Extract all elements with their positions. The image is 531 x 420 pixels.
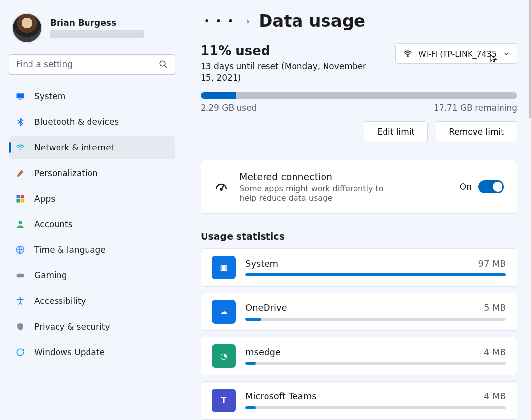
scrollbar[interactable] (529, 0, 531, 118)
sidebar-item-label: Time & language (34, 245, 106, 255)
sidebar-item-label: Apps (34, 194, 55, 204)
sidebar-item-label: Accounts (34, 219, 73, 229)
app-name: OneDrive (245, 302, 287, 313)
app-usage-bar (245, 362, 506, 365)
chevron-right-icon: › (246, 16, 250, 26)
reset-text: 13 days until reset (Monday, November 15… (201, 61, 378, 84)
sidebar-item-label: Gaming (34, 270, 67, 280)
app-name: Microsoft Teams (245, 391, 317, 401)
svg-point-15 (220, 188, 222, 190)
sidebar-item-windows-update[interactable]: Windows Update (9, 341, 175, 363)
app-icon: ☁ (212, 300, 236, 324)
svg-rect-2 (17, 93, 24, 98)
sidebar-item-personalization[interactable]: Personalization (9, 162, 175, 184)
app-usage-value: 4 MB (484, 391, 506, 401)
percent-used: 11% used (201, 43, 378, 58)
display-icon (15, 91, 26, 101)
app-icon: ▣ (212, 256, 236, 279)
sidebar-item-privacy-security[interactable]: Privacy & security (9, 315, 175, 338)
sidebar-item-label: System (34, 91, 65, 101)
avatar (12, 13, 42, 43)
edit-limit-button[interactable]: Edit limit (364, 121, 428, 142)
user-email-placeholder (50, 30, 144, 38)
metered-title: Metered connection (239, 171, 449, 182)
svg-rect-8 (21, 199, 24, 203)
page-title: Data usage (259, 11, 365, 30)
app-usage-value: 4 MB (484, 347, 506, 357)
svg-rect-7 (17, 199, 20, 203)
main-content: • • • › Data usage 11% used 13 days unti… (182, 0, 531, 420)
app-name: System (245, 258, 278, 269)
sidebar-item-system[interactable]: System (9, 85, 175, 108)
sidebar-item-accessibility[interactable]: Accessibility (9, 290, 175, 312)
globe-clock-icon (15, 245, 26, 255)
update-icon (15, 347, 26, 357)
person-icon (15, 219, 26, 229)
wifi-icon (403, 49, 413, 59)
search-icon (159, 60, 168, 69)
speedometer-icon (214, 180, 229, 194)
gamepad-icon (15, 270, 26, 280)
app-usage-bar (245, 318, 506, 321)
network-selector[interactable]: Wi-Fi (TP-LINK_7435 (395, 43, 517, 64)
sidebar-item-label: Windows Update (34, 347, 105, 357)
usage-stats-list: ▣System97 MB☁OneDrive5 MB◔msedge4 MBTMic… (201, 248, 517, 420)
svg-line-1 (165, 66, 167, 68)
breadcrumb: • • • › Data usage (201, 11, 517, 30)
svg-point-12 (19, 297, 21, 299)
bluetooth-icon (15, 117, 26, 127)
more-button[interactable]: • • • (201, 13, 237, 29)
svg-rect-3 (19, 99, 22, 100)
usage-stats-heading: Usage statistics (201, 231, 517, 241)
svg-rect-11 (17, 274, 24, 278)
sidebar-item-label: Privacy & security (34, 322, 110, 331)
app-usage-bar (245, 273, 506, 276)
app-name: msedge (245, 347, 281, 357)
settings-sidebar: Brian Burgess SystemBluetooth & devicesN… (0, 0, 182, 420)
network-name: Wi-Fi (TP-LINK_7435 (418, 49, 497, 59)
metered-connection-card: Metered connection Some apps might work … (201, 160, 517, 214)
metered-toggle[interactable] (478, 180, 504, 193)
svg-point-13 (407, 56, 408, 57)
shield-icon (15, 322, 26, 331)
sidebar-item-accounts[interactable]: Accounts (9, 213, 175, 236)
usage-row-system[interactable]: ▣System97 MB (201, 248, 517, 287)
svg-rect-5 (17, 195, 20, 199)
sidebar-item-label: Network & internet (34, 143, 114, 152)
sidebar-item-apps[interactable]: Apps (9, 187, 175, 210)
app-icon: T (212, 389, 236, 412)
remove-limit-button[interactable]: Remove limit (436, 121, 517, 142)
data-limit-fill (201, 92, 236, 99)
usage-row-msedge[interactable]: ◔msedge4 MB (201, 337, 517, 375)
sidebar-item-time-language[interactable]: Time & language (9, 239, 175, 261)
app-usage-bar (245, 406, 506, 409)
svg-point-4 (20, 149, 21, 150)
sidebar-item-label: Accessibility (34, 296, 86, 306)
svg-point-9 (19, 221, 22, 224)
used-label: 2.29 GB used (201, 103, 257, 113)
search-input[interactable] (16, 60, 159, 69)
remaining-label: 17.71 GB remaining (434, 103, 517, 113)
toggle-state-label: On (460, 182, 472, 192)
wifi-icon (15, 143, 26, 152)
svg-rect-6 (21, 195, 24, 199)
paintbrush-icon (15, 168, 26, 178)
user-block[interactable]: Brian Burgess (9, 10, 175, 52)
user-name: Brian Burgess (50, 18, 144, 28)
usage-row-onedrive[interactable]: ☁OneDrive5 MB (201, 293, 517, 331)
app-usage-value: 5 MB (484, 302, 506, 313)
svg-point-0 (160, 61, 165, 66)
apps-icon (15, 194, 26, 204)
chevron-down-icon (503, 50, 510, 57)
usage-summary: 11% used 13 days until reset (Monday, No… (201, 43, 378, 84)
app-icon: ◔ (212, 344, 236, 368)
sidebar-item-label: Personalization (34, 168, 98, 178)
usage-row-microsoft-teams[interactable]: TMicrosoft Teams4 MB (201, 381, 517, 420)
sidebar-item-bluetooth-devices[interactable]: Bluetooth & devices (9, 111, 175, 133)
accessibility-icon (15, 296, 26, 306)
sidebar-item-gaming[interactable]: Gaming (9, 264, 175, 287)
search-box[interactable] (9, 54, 175, 75)
nav-list: SystemBluetooth & devicesNetwork & inter… (9, 84, 175, 365)
app-usage-value: 97 MB (478, 258, 506, 269)
sidebar-item-network-internet[interactable]: Network & internet (9, 136, 175, 159)
